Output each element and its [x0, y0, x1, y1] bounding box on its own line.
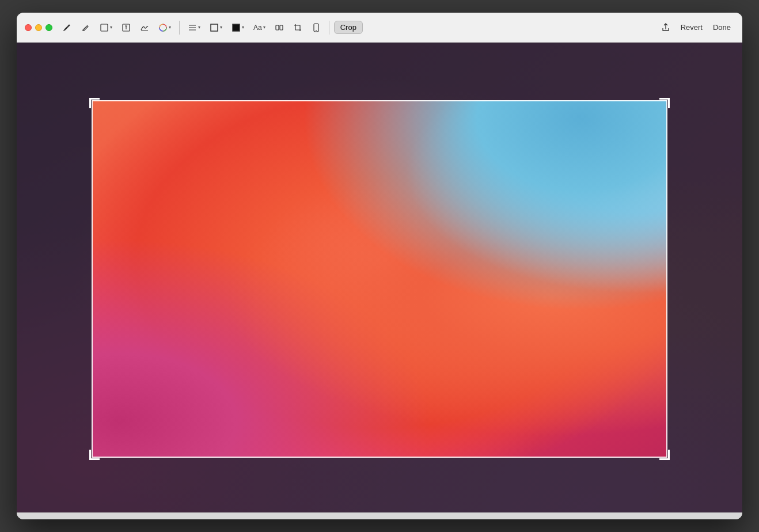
crop-handle-top-right[interactable] — [661, 98, 670, 107]
svg-rect-7 — [211, 24, 218, 31]
color-adjust-tool[interactable]: ▾ — [155, 20, 174, 36]
color-caret: ▾ — [169, 25, 171, 30]
divider-2 — [329, 21, 329, 35]
crop-image[interactable] — [92, 100, 667, 458]
pen-sketch-tool[interactable] — [59, 20, 75, 36]
signature-tool[interactable] — [136, 20, 153, 36]
border-caret: ▾ — [220, 25, 222, 30]
crop-handle-bottom-right[interactable] — [661, 451, 670, 460]
crop-button[interactable]: Crop — [334, 21, 363, 34]
font-tool[interactable]: Aa ▾ — [250, 20, 269, 36]
flip-tool[interactable] — [271, 20, 287, 36]
canvas-area[interactable] — [17, 43, 742, 512]
shapes-caret: ▾ — [110, 25, 112, 30]
svg-rect-8 — [233, 24, 240, 31]
font-label: Aa — [253, 24, 262, 32]
svg-rect-10 — [280, 25, 283, 30]
svg-rect-0 — [101, 24, 108, 31]
align-caret: ▾ — [198, 25, 200, 30]
crop-handle-bottom-left[interactable] — [89, 451, 98, 460]
crop-handle-top-left[interactable] — [89, 98, 98, 107]
close-button[interactable] — [25, 24, 32, 31]
minimize-button[interactable] — [35, 24, 42, 31]
crop-overlay-top — [17, 43, 742, 100]
fill-caret: ▾ — [242, 25, 244, 30]
app-window: ▾ ▾ — [17, 13, 742, 519]
traffic-lights — [25, 24, 52, 31]
revert-button[interactable]: Revert — [677, 21, 706, 33]
maximize-button[interactable] — [45, 24, 52, 31]
toolbar: ▾ ▾ — [17, 13, 742, 43]
align-tool[interactable]: ▾ — [184, 20, 204, 36]
divider-1 — [179, 21, 180, 35]
fill-color-tool[interactable]: ▾ — [228, 20, 248, 36]
border-color-tool[interactable]: ▾ — [206, 20, 226, 36]
crop-overlay-bottom — [17, 458, 742, 512]
wallpaper — [92, 100, 667, 458]
shapes-tool[interactable]: ▾ — [96, 20, 116, 36]
font-caret: ▾ — [263, 25, 265, 30]
svg-rect-9 — [276, 25, 279, 30]
done-button[interactable]: Done — [709, 21, 734, 33]
crop-overlay-left — [17, 100, 92, 458]
crop-overlay-right — [667, 100, 742, 458]
crop-icon-tool[interactable] — [290, 20, 306, 36]
share-button[interactable] — [658, 20, 674, 36]
device-tool[interactable] — [308, 20, 324, 36]
highlighter-tool[interactable] — [78, 20, 94, 36]
right-toolbar-buttons: Revert Done — [658, 20, 734, 36]
text-box-tool[interactable] — [118, 20, 134, 36]
window-bottom-bar — [17, 512, 742, 519]
